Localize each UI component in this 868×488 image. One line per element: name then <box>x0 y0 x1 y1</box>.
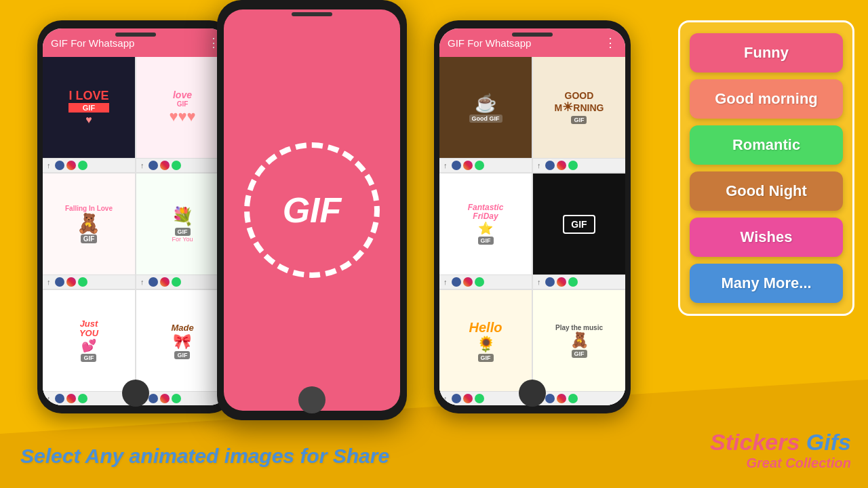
facebook-icon[interactable] <box>149 394 158 403</box>
category-many-more-button[interactable]: Many More... <box>690 264 843 303</box>
whatsapp-icon[interactable] <box>78 161 87 170</box>
whatsapp-icon[interactable] <box>78 277 87 287</box>
share-bar-fantastic: ↑ <box>439 274 532 289</box>
whatsapp-icon[interactable] <box>568 394 578 403</box>
gif-cell-love[interactable]: I LOVE GIF ♥ ↑ <box>43 57 135 172</box>
instagram-icon[interactable] <box>463 394 473 403</box>
share-icon[interactable]: ↑ <box>47 161 51 169</box>
social-icons <box>55 161 87 170</box>
gif-cell-bouquet[interactable]: 💐 GIF For You ↑ <box>136 174 229 289</box>
instagram-icon[interactable] <box>160 394 170 403</box>
facebook-icon[interactable] <box>452 161 461 170</box>
share-icon[interactable]: ↑ <box>443 278 448 286</box>
whatsapp-icon[interactable] <box>475 394 484 403</box>
gif-cell-good-morning[interactable]: GOODM☀RNING GIF ↑ <box>533 57 625 172</box>
phone-left: GIF For Whatsapp ⋮ I LOVE GIF ♥ ↑ <box>37 20 234 413</box>
phone-home-btn-middle[interactable] <box>298 386 326 413</box>
share-bar-made: ↑ <box>136 391 229 405</box>
share-bar-good-morning: ↑ <box>533 158 625 172</box>
instagram-icon[interactable] <box>463 277 473 287</box>
gif-cell-just-you[interactable]: JustYOU 💕 GIF ↑ <box>43 290 135 405</box>
gif-image-music: Play the music 🧸 GIF <box>533 290 625 391</box>
gif-image-bouquet: 💐 GIF For You <box>136 174 229 274</box>
phone-speaker-right <box>512 33 553 37</box>
gif-cell-black[interactable]: GIF ↑ <box>533 174 625 289</box>
social-icons <box>452 394 484 403</box>
share-icon[interactable]: ↑ <box>443 161 448 169</box>
gif-cell-fantastic[interactable]: FantasticFriDay ⭐ GIF ↑ <box>439 174 532 289</box>
facebook-icon[interactable] <box>55 161 64 170</box>
gif-cell-made[interactable]: Made 🎀 GIF ↑ <box>136 290 229 405</box>
gif-image-black: GIF <box>533 174 625 274</box>
share-icon[interactable]: ↑ <box>47 278 51 286</box>
phone-left-screen: GIF For Whatsapp ⋮ I LOVE GIF ♥ ↑ <box>43 28 229 405</box>
instagram-icon[interactable] <box>463 161 473 170</box>
category-good-night-button[interactable]: Good Night <box>690 171 843 211</box>
phone-speaker-left <box>115 33 156 37</box>
facebook-icon[interactable] <box>149 161 158 170</box>
instagram-icon[interactable] <box>557 161 566 170</box>
facebook-icon[interactable] <box>55 394 64 403</box>
gif-cell-coffee[interactable]: ☕ Good GIF ↑ <box>439 57 532 172</box>
instagram-icon[interactable] <box>160 161 170 170</box>
facebook-icon[interactable] <box>452 394 461 403</box>
share-bar-coffee: ↑ <box>439 158 532 172</box>
facebook-icon[interactable] <box>545 161 555 170</box>
social-icons <box>149 277 181 287</box>
phone-speaker-middle <box>292 12 332 16</box>
social-icons <box>452 277 484 287</box>
whatsapp-icon[interactable] <box>475 161 484 170</box>
social-icons <box>545 161 578 170</box>
category-good-morning-button[interactable]: Good morning <box>690 79 843 119</box>
bottom-tagline: Select Any animated images for Share <box>20 445 389 468</box>
share-bar-hello: ↑ <box>439 391 532 405</box>
share-icon[interactable]: ↑ <box>537 161 541 169</box>
phone-home-btn-right[interactable] <box>519 380 546 407</box>
whatsapp-icon[interactable] <box>172 161 181 170</box>
whatsapp-icon[interactable] <box>172 277 181 287</box>
facebook-icon[interactable] <box>55 277 64 287</box>
gif-text-big: GIF <box>283 190 342 230</box>
phone-right: GIF For Whatsapp ⋮ ☕ Good GIF ↑ <box>434 20 631 413</box>
menu-dots-right[interactable]: ⋮ <box>604 35 617 50</box>
facebook-icon[interactable] <box>149 277 158 287</box>
facebook-icon[interactable] <box>545 394 555 403</box>
share-icon[interactable]: ↑ <box>140 278 144 286</box>
gif-image-fantastic: FantasticFriDay ⭐ GIF <box>439 174 532 274</box>
instagram-icon[interactable] <box>160 277 170 287</box>
category-romantic-button[interactable]: Romantic <box>690 125 843 165</box>
category-funny-button[interactable]: Funny <box>690 33 843 73</box>
social-icons <box>545 277 578 287</box>
phone-home-btn-left[interactable] <box>122 380 149 407</box>
whatsapp-icon[interactable] <box>78 394 87 403</box>
share-icon[interactable]: ↑ <box>140 161 144 169</box>
brand-title: Stickers Gifs <box>710 429 851 455</box>
gif-cell-music[interactable]: Play the music 🧸 GIF ↑ <box>533 290 625 405</box>
whatsapp-icon[interactable] <box>475 277 484 287</box>
share-icon[interactable]: ↑ <box>47 394 51 403</box>
facebook-icon[interactable] <box>545 277 555 287</box>
gif-image-falling: Falling In Love 🧸 GIF <box>43 174 135 274</box>
social-icons <box>55 394 87 403</box>
gif-cell-sweet[interactable]: love GIF ♥♥♥ ↑ <box>136 57 229 172</box>
instagram-icon[interactable] <box>66 277 76 287</box>
share-bar-black: ↑ <box>533 274 625 289</box>
instagram-icon[interactable] <box>557 394 566 403</box>
share-icon[interactable]: ↑ <box>537 278 541 286</box>
social-icons <box>149 161 181 170</box>
gif-grid-left: I LOVE GIF ♥ ↑ <box>43 57 229 405</box>
phone-right-screen: GIF For Whatsapp ⋮ ☕ Good GIF ↑ <box>439 28 625 405</box>
category-wishes-button[interactable]: Wishes <box>690 218 843 257</box>
instagram-icon[interactable] <box>66 394 76 403</box>
facebook-icon[interactable] <box>452 277 461 287</box>
whatsapp-icon[interactable] <box>568 161 578 170</box>
instagram-icon[interactable] <box>66 161 76 170</box>
whatsapp-icon[interactable] <box>172 394 181 403</box>
gif-cell-hello[interactable]: Hello 🌻 GIF ↑ <box>439 290 532 405</box>
gif-image-good-morning: GOODM☀RNING GIF <box>533 57 625 158</box>
instagram-icon[interactable] <box>557 277 566 287</box>
share-icon[interactable]: ↑ <box>443 394 448 403</box>
gif-cell-falling[interactable]: Falling In Love 🧸 GIF ↑ <box>43 174 135 289</box>
branding: Stickers Gifs Great Collection <box>710 429 851 471</box>
whatsapp-icon[interactable] <box>568 277 578 287</box>
